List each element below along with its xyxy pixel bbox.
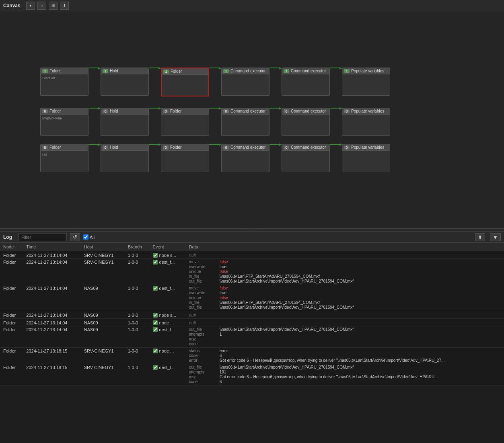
event-checkbox[interactable] bbox=[153, 327, 158, 332]
data-key: in_file bbox=[189, 274, 217, 279]
node-header: 1 Populate variables bbox=[342, 68, 390, 74]
data-row: out_file \\nas06.tv.Lan\StartArchive\Imp… bbox=[189, 305, 501, 310]
connector-arrow bbox=[269, 144, 282, 145]
node-header: 0 Command executor bbox=[282, 108, 329, 115]
cell-event: dest_f... bbox=[150, 285, 186, 311]
cell-time: 2024-11-27 13:14:04 bbox=[23, 311, 80, 319]
cell-data: out_file \\nas06.tv.Lan\StartArchive\Imp… bbox=[186, 326, 504, 348]
node-folder-2-highlighted[interactable]: 1 Folder bbox=[161, 68, 209, 96]
event-checkbox[interactable] bbox=[153, 286, 158, 291]
data-value: \\nas06.tv.Lan\StartArchive\Import\Video… bbox=[220, 279, 354, 283]
node-type-label: Command executor bbox=[291, 109, 326, 113]
node-count: 0 bbox=[42, 146, 48, 150]
node-hold-1[interactable]: 1 Hold bbox=[101, 68, 149, 96]
toolbar-btn-grid[interactable]: ⊞ bbox=[49, 2, 58, 10]
node-cmd-exec-row3-1[interactable]: 0 Command executor bbox=[221, 144, 269, 172]
node-populate-vars-1[interactable]: 1 Populate variables bbox=[342, 68, 390, 96]
resize-handle[interactable]: · · · · · · · bbox=[0, 228, 504, 232]
log-filter-input[interactable] bbox=[19, 233, 67, 241]
node-type-label: Command executor bbox=[291, 69, 326, 73]
node-cmd-exec-1[interactable]: 1 Command executor bbox=[221, 68, 269, 96]
node-wrapper: 0 Command executor bbox=[221, 144, 269, 172]
data-row: out_file \\nas06.tv.Lan\StartArchive\Imp… bbox=[189, 327, 501, 332]
node-wrapper: 0 Populate variables bbox=[342, 144, 390, 172]
node-count: 0 bbox=[344, 146, 350, 150]
data-value: \\nas06.tv.Lan\FTP_StartAirAdv\RU_270159… bbox=[220, 300, 320, 305]
node-wrapper: 0 Folder ras bbox=[40, 144, 88, 172]
toolbar-btn-circle2[interactable]: ○ bbox=[37, 2, 46, 10]
event-badge: node ... bbox=[153, 349, 183, 353]
log-table-body: Folder 2024-11-27 13:14:04 SRV-CINEGY1 1… bbox=[0, 251, 504, 386]
log-collapse-button[interactable]: ▼ bbox=[490, 233, 501, 241]
cell-host: SRV-CINEGY1 bbox=[81, 251, 125, 259]
data-row: overwrite true bbox=[189, 291, 501, 295]
event-checkbox[interactable] bbox=[153, 365, 158, 370]
event-badge: dest_f... bbox=[153, 365, 183, 370]
cell-host: SRV-CINEGY1 bbox=[81, 259, 125, 285]
node-folder-row2-2[interactable]: 0 Folder bbox=[161, 108, 209, 136]
event-checkbox[interactable] bbox=[153, 313, 158, 318]
node-body bbox=[101, 115, 148, 135]
data-key: attempts bbox=[189, 370, 217, 374]
node-hold-row3[interactable]: 0 Hold bbox=[101, 144, 149, 172]
cell-event: dest_f... bbox=[150, 326, 186, 348]
node-cmd-exec-row3-2[interactable]: 0 Command executor bbox=[282, 144, 330, 172]
node-header: 1 Folder bbox=[41, 68, 88, 74]
node-cmd-exec-row2-2[interactable]: 0 Command executor bbox=[282, 108, 330, 136]
log-export-button[interactable]: ⬆ bbox=[475, 233, 485, 241]
node-populate-row3[interactable]: 0 Populate variables bbox=[342, 144, 390, 172]
data-cell: out_file \\nas06.tv.Lan\StartArchive\Imp… bbox=[189, 365, 501, 384]
node-type-label: Populate variables bbox=[351, 109, 384, 113]
event-badge: dest_f... bbox=[153, 260, 183, 265]
event-label: dest_f... bbox=[159, 365, 175, 370]
data-value: 101 bbox=[220, 370, 226, 374]
data-row: out_file \\nas06.tv.Lan\StartArchive\Imp… bbox=[189, 279, 501, 283]
cell-data: status error code 6 error Got error code… bbox=[186, 348, 504, 364]
data-key: out_file bbox=[189, 327, 217, 332]
node-header: 0 Hold bbox=[101, 144, 148, 151]
data-value: error bbox=[220, 349, 228, 353]
node-folder-row3-2[interactable]: 0 Folder bbox=[161, 144, 209, 172]
data-key: code bbox=[189, 353, 217, 358]
event-checkbox[interactable] bbox=[153, 260, 158, 265]
node-type-label: Folder bbox=[49, 145, 61, 150]
log-refresh-button[interactable]: ↺ bbox=[70, 233, 80, 241]
toolbar-btn-download[interactable]: ⬇ bbox=[60, 2, 69, 10]
log-all-checkbox-label: All bbox=[83, 234, 95, 240]
null-value: null bbox=[189, 313, 196, 318]
node-count: 1 bbox=[284, 69, 289, 73]
log-all-checkbox[interactable] bbox=[83, 234, 88, 240]
event-checkbox[interactable] bbox=[153, 253, 158, 258]
node-cmd-exec-row2-1[interactable]: 0 Command executor bbox=[221, 108, 269, 136]
data-value: false bbox=[220, 269, 228, 274]
node-cmd-exec-2[interactable]: 1 Command executor bbox=[282, 68, 330, 96]
cell-node: Folder bbox=[0, 364, 23, 386]
toolbar-btn-circle1[interactable]: ● bbox=[26, 2, 35, 10]
data-key: overwrite bbox=[189, 291, 217, 295]
node-folder-row3-1[interactable]: 0 Folder ras bbox=[40, 144, 88, 172]
col-branch: Branch bbox=[125, 243, 150, 251]
event-checkbox[interactable] bbox=[153, 320, 158, 325]
event-checkbox[interactable] bbox=[153, 349, 158, 353]
node-wrapper: 0 Hold bbox=[101, 108, 149, 136]
event-badge: dest_f... bbox=[153, 286, 183, 291]
data-row: attempts 1 bbox=[189, 332, 501, 336]
data-row: out_file \\nas06.tv.Lan\StartArchive\Imp… bbox=[189, 365, 501, 369]
col-event: Event bbox=[150, 243, 186, 251]
event-label: dest_f... bbox=[159, 327, 175, 332]
node-folder-1[interactable]: 1 Folder Start Air bbox=[40, 68, 88, 96]
node-hold-row2[interactable]: 0 Hold bbox=[101, 108, 149, 136]
event-badge: node ... bbox=[153, 320, 183, 325]
node-populate-row2[interactable]: 0 Populate variables bbox=[342, 108, 390, 136]
connector-arrow bbox=[269, 108, 282, 109]
node-body bbox=[222, 115, 269, 135]
cell-time: 2024-11-27 13:14:04 bbox=[23, 326, 80, 348]
node-body bbox=[282, 74, 329, 95]
node-count: 0 bbox=[344, 109, 350, 113]
node-header: 0 Populate variables bbox=[342, 144, 390, 151]
node-folder-row2-1[interactable]: 0 Folder Мурмонжан bbox=[40, 108, 88, 136]
node-count: 1 bbox=[163, 70, 169, 74]
data-value: false bbox=[220, 286, 228, 290]
data-row: code bbox=[189, 342, 501, 346]
table-row: Folder 2024-11-27 13:14:04 NAS09 1-0-0 d… bbox=[0, 326, 504, 348]
